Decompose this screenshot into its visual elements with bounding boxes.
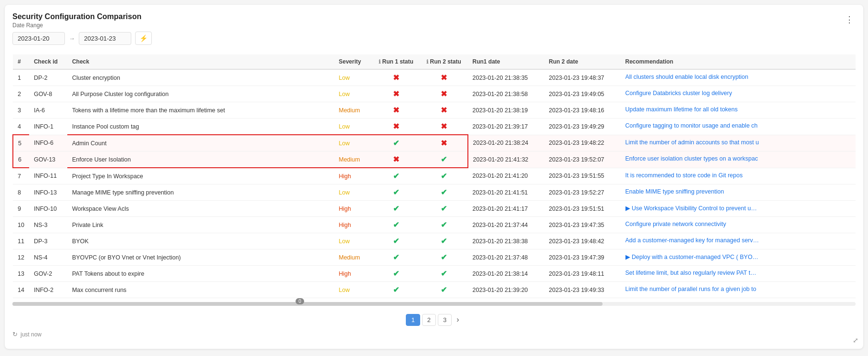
- severity-badge: Medium: [339, 254, 360, 261]
- cell-severity: Low: [334, 135, 372, 151]
- cell-severity: Low: [334, 119, 372, 135]
- col-header-num: #: [13, 54, 29, 69]
- table-row: 1 DP-2 Cluster encryption Low ✖ ✖ 2023-0…: [13, 69, 856, 86]
- cell-run1date: 2023-01-20 21:37:48: [468, 249, 544, 266]
- recommendation-link[interactable]: ▶ Use Workspace Visibility Control to pr…: [625, 205, 759, 212]
- cell-run2status: ✔: [420, 233, 468, 249]
- cell-checkid: GOV-2: [29, 266, 67, 282]
- status-bar: ↻ just now: [12, 331, 856, 338]
- cell-num: 5: [13, 135, 29, 151]
- cell-run2status: ✖: [420, 102, 468, 119]
- severity-badge: Low: [339, 238, 350, 245]
- cell-run1date: 2023-01-20 21:38:24: [468, 135, 544, 151]
- severity-badge: Low: [339, 91, 350, 97]
- table-row: 6 GOV-13 Enforce User Isolation Medium ✖…: [13, 151, 856, 168]
- title-section: Security Configuration Comparison Date R…: [12, 12, 152, 45]
- pass-icon: ✔: [393, 237, 399, 245]
- comparison-table: # Check id Check Severity ℹ Run 1 statu …: [12, 54, 856, 298]
- main-container: Security Configuration Comparison Date R…: [5, 5, 863, 349]
- cell-checkid: INFO-1: [29, 119, 67, 135]
- cell-check: Enforce User Isolation: [67, 151, 334, 168]
- recommendation-link[interactable]: It is recommended to store code in Git r…: [625, 172, 743, 179]
- fail-icon: ✖: [441, 90, 447, 98]
- recommendation-link[interactable]: Set lifetime limit, but also regularly r…: [625, 270, 759, 276]
- page-3-button[interactable]: 3: [438, 314, 452, 326]
- status-text: just now: [21, 331, 42, 338]
- table-row: 2 GOV-8 All Purpose Cluster log configur…: [13, 86, 856, 102]
- cell-check: Tokens with a lifetime more than the max…: [67, 102, 334, 119]
- cell-severity: High: [334, 217, 372, 233]
- cell-check: Admin Count: [67, 135, 334, 151]
- page-1-button[interactable]: 1: [406, 314, 420, 326]
- run2-info-icon[interactable]: ℹ: [426, 59, 428, 65]
- fail-icon: ✖: [393, 90, 399, 98]
- cell-checkid: NS-4: [29, 249, 67, 266]
- cell-severity: High: [334, 201, 372, 217]
- severity-badge: Medium: [339, 107, 360, 114]
- date-to-input[interactable]: [79, 32, 131, 45]
- pass-icon: ✔: [441, 253, 447, 261]
- expand-icon[interactable]: ⤢: [853, 336, 858, 344]
- cell-run2status: ✔: [420, 184, 468, 201]
- cell-recommendation: Update maximum lifetime for all old toke…: [621, 102, 856, 119]
- cell-check: Instance Pool custom tag: [67, 119, 334, 135]
- col-header-checkid: Check id: [29, 54, 67, 69]
- recommendation-link[interactable]: ▶ Deploy with a customer-managed VPC ( B…: [625, 253, 759, 260]
- cell-run1status: ✔: [372, 168, 420, 184]
- date-arrow: →: [69, 35, 75, 42]
- pass-icon: ✔: [441, 270, 447, 278]
- cell-severity: Low: [334, 69, 372, 86]
- cell-recommendation: Add a customer-managed key for managed s…: [621, 233, 856, 249]
- severity-badge: Low: [339, 123, 350, 130]
- run1-info-icon[interactable]: ℹ: [379, 59, 381, 65]
- col-header-run2status-label: Run 2 statu: [430, 58, 461, 65]
- cell-check: BYOK: [67, 233, 334, 249]
- cell-num: 6: [13, 151, 29, 168]
- severity-badge: Low: [339, 75, 350, 81]
- cell-run1status: ✔: [372, 266, 420, 282]
- more-options-button[interactable]: ⋮: [843, 12, 856, 27]
- cell-recommendation: Limit the number of parallel runs for a …: [621, 282, 856, 298]
- cell-recommendation: Set lifetime limit, but also regularly r…: [621, 266, 856, 282]
- cell-check: Workspace View Acls: [67, 201, 334, 217]
- cell-run2date: 2023-01-23 19:49:33: [544, 282, 621, 298]
- refresh-button[interactable]: ⚡: [135, 32, 152, 45]
- cell-num: 9: [13, 201, 29, 217]
- cell-checkid: NS-3: [29, 217, 67, 233]
- fail-icon: ✖: [393, 155, 399, 163]
- cell-run2status: ✔: [420, 217, 468, 233]
- header: Security Configuration Comparison Date R…: [12, 12, 856, 45]
- cell-run2status: ✖: [420, 86, 468, 102]
- cell-run2date: 2023-01-23 19:48:42: [544, 233, 621, 249]
- recommendation-link[interactable]: Configure Databricks cluster log deliver…: [625, 90, 732, 97]
- recommendation-link[interactable]: Update maximum lifetime for all old toke…: [625, 106, 738, 113]
- recommendation-link[interactable]: Enforce user isolation cluster types on …: [625, 155, 758, 162]
- pass-icon: ✔: [441, 221, 447, 229]
- cell-run1status: ✖: [372, 151, 420, 168]
- cell-num: 7: [13, 168, 29, 184]
- table-row: 10 NS-3 Private Link High ✔ ✔ 2023-01-20…: [13, 217, 856, 233]
- recommendation-link[interactable]: Enable MIME type sniffing prevention: [625, 188, 724, 195]
- page-2-button[interactable]: 2: [422, 314, 436, 326]
- cell-run1date: 2023-01-20 21:41:20: [468, 168, 544, 184]
- recommendation-link[interactable]: All clusters should enable local disk en…: [625, 74, 749, 80]
- recommendation-link[interactable]: Configure private network connectivity: [625, 221, 726, 227]
- date-from-input[interactable]: [12, 32, 65, 45]
- table-row: 5 INFO-6 Admin Count Low ✔ ✖ 2023-01-20 …: [13, 135, 856, 151]
- header-row: # Check id Check Severity ℹ Run 1 statu …: [13, 54, 856, 69]
- recommendation-link[interactable]: Limit the number of parallel runs for a …: [625, 286, 756, 292]
- cell-recommendation: Limit the number of admin accounts so th…: [621, 135, 856, 151]
- cell-checkid: INFO-10: [29, 201, 67, 217]
- page-next-button[interactable]: ›: [454, 313, 462, 326]
- col-header-run2status: ℹ Run 2 statu: [420, 54, 468, 69]
- cell-num: 4: [13, 119, 29, 135]
- cell-severity: Medium: [334, 102, 372, 119]
- recommendation-link[interactable]: Limit the number of admin accounts so th…: [625, 139, 759, 146]
- recommendation-link[interactable]: Add a customer-managed key for managed s…: [625, 237, 759, 244]
- cell-num: 8: [13, 184, 29, 201]
- cell-run2status: ✖: [420, 69, 468, 86]
- cell-run2date: 2023-01-23 19:48:16: [544, 102, 621, 119]
- recommendation-link[interactable]: Configure tagging to monitor usage and e…: [625, 122, 758, 129]
- cell-recommendation: Configure tagging to monitor usage and e…: [621, 119, 856, 135]
- scrollbar[interactable]: 0: [12, 302, 856, 306]
